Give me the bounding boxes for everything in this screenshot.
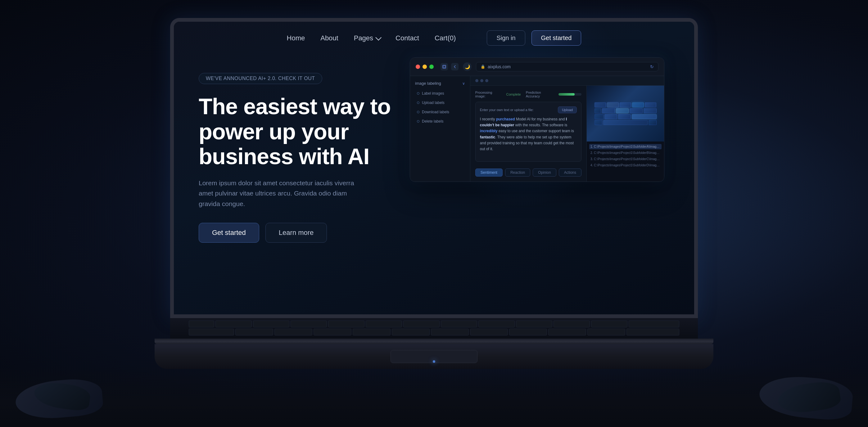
announcement-badge[interactable]: WE'VE ANNOUNCED AI+ 2.0. CHECK IT OUT: [199, 73, 322, 84]
lk-key: [314, 329, 351, 335]
lk-key: [591, 321, 627, 327]
file-list: 1. C:\Projects\Images\Project1\Subfolder…: [587, 141, 664, 171]
announcement-text: WE'VE ANNOUNCED AI+ 2.0. CHECK IT OUT: [206, 76, 315, 81]
lk-key: [626, 329, 679, 335]
expand-icon: [442, 65, 446, 69]
key: [607, 102, 619, 107]
key: [594, 120, 602, 125]
hero-getstarted-button[interactable]: Get started: [199, 223, 259, 243]
lk-key: [470, 329, 508, 335]
key: [616, 108, 629, 113]
lk-key: [215, 321, 252, 327]
lk-key: [235, 329, 273, 335]
lk-key: [290, 321, 327, 327]
screen-content: Home About Pages Contact Cart(0) Sign in…: [174, 22, 694, 314]
moon-icon: 🌙: [465, 64, 470, 69]
nav-about[interactable]: About: [320, 34, 338, 42]
prediction-fill: [558, 93, 575, 96]
rocks-right: [728, 362, 852, 418]
lk-key: [516, 321, 552, 327]
lk-key: [253, 321, 289, 327]
sidebar-item-upload-labels[interactable]: Upload labels: [415, 99, 465, 106]
sidebar-item-label: Download labels: [422, 110, 449, 114]
highlight-incredibly: incredibly: [480, 129, 498, 133]
tab-sentiment[interactable]: Sentiment: [475, 168, 503, 176]
text-input-label-text: Enter your own text or upload a file:: [480, 108, 534, 112]
reload-icon: ↻: [650, 64, 654, 69]
minimize-traffic-light[interactable]: [423, 65, 427, 69]
key: [649, 120, 657, 125]
processing-status-bar: Processing image: Complete Prediction Ac…: [475, 91, 582, 98]
sidebar-item-label-images[interactable]: Label images: [415, 90, 465, 97]
prediction-bar: [558, 93, 582, 96]
getstarted-nav-button[interactable]: Get started: [531, 30, 582, 45]
tab-opinion[interactable]: Opinion: [533, 168, 556, 176]
upload-button[interactable]: Upload: [558, 106, 577, 113]
lk-key: [328, 321, 365, 327]
lk-key: [366, 321, 402, 327]
tab-actions[interactable]: Actions: [559, 168, 582, 176]
highlight-fantastic: fantastic: [480, 135, 495, 139]
close-traffic-light[interactable]: [416, 65, 420, 69]
file-item-3[interactable]: 3. C:\Projects\Images\Project1\Subfolder…: [589, 156, 661, 162]
lk-row-1: [189, 321, 679, 327]
nav-pages-label: Pages: [354, 34, 373, 42]
highlight-purchased: purchased: [496, 117, 515, 121]
theme-toggle[interactable]: 🌙: [463, 62, 471, 71]
file-item-4[interactable]: 4. C:\Projects\Images\Project1\Subfolder…: [589, 163, 661, 168]
lk-key: [274, 329, 312, 335]
traffic-lights: [416, 65, 434, 69]
sidebar-item-dot: [417, 101, 420, 104]
app-toolbar: [470, 76, 664, 86]
app-body: Processing image: Complete Prediction Ac…: [470, 86, 664, 182]
nav-cart[interactable]: Cart(0): [435, 34, 456, 42]
lk-key: [587, 329, 625, 335]
lk-key: [554, 321, 590, 327]
fullscreen-traffic-light[interactable]: [429, 65, 434, 69]
lk-key: [441, 321, 477, 327]
sidebar-item-dot: [417, 120, 420, 123]
rocks-left: [16, 362, 140, 418]
key: [632, 114, 657, 119]
key: [618, 114, 631, 119]
sidebar-expand-icon[interactable]: ∨: [462, 81, 465, 86]
sidebar-item-dot: [417, 111, 420, 113]
app-image-panel: 1. C:\Projects\Images\Project1\Subfolder…: [586, 86, 664, 182]
file-item-2[interactable]: 2. C:\Projects\Images\Project1\Subfolder…: [589, 150, 661, 156]
key: [594, 108, 601, 113]
keyboard-row-4: [594, 120, 657, 125]
sidebar-item-label: Upload labels: [422, 101, 444, 105]
text-input-area: Enter your own text or upload a file: Up…: [475, 102, 582, 162]
tab-reaction[interactable]: Reaction: [505, 168, 530, 176]
nav-contact[interactable]: Contact: [396, 34, 419, 42]
key: [645, 102, 657, 107]
sidebar-item-delete-labels[interactable]: Delete labels: [415, 118, 465, 125]
sample-text-display: I recently purchased Model AI for my bus…: [480, 117, 577, 152]
back-button[interactable]: [451, 63, 459, 70]
toolbar-dot-3: [485, 79, 488, 82]
hero-learnmore-button[interactable]: Learn more: [266, 223, 327, 243]
key: [644, 108, 657, 113]
key: [594, 102, 606, 107]
sidebar-item-download-labels[interactable]: Download labels: [415, 109, 465, 116]
back-icon: [453, 65, 457, 69]
lk-key: [189, 329, 234, 335]
window-expand-button[interactable]: [440, 63, 448, 70]
browser-controls: [440, 63, 459, 70]
keyboard-row-1: [594, 102, 657, 107]
processing-complete-status: Complete: [506, 93, 521, 96]
file-item-1[interactable]: 1. C:\Projects\Images\Project1\Subfolder…: [589, 144, 661, 149]
app-mockup-container: 🌙 🔒 aixplus.com ↻: [410, 57, 669, 243]
key: [632, 102, 644, 107]
lk-key: [509, 329, 547, 335]
signin-button[interactable]: Sign in: [487, 30, 525, 45]
laptop-screen: Home About Pages Contact Cart(0) Sign in…: [170, 18, 698, 318]
lk-key: [548, 329, 586, 335]
app-editor: Processing image: Complete Prediction Ac…: [470, 86, 586, 182]
laptop-container: Home About Pages Contact Cart(0) Sign in…: [139, 18, 729, 409]
sidebar-title: image labeling: [415, 81, 441, 86]
url-bar[interactable]: 🔒 aixplus.com ↻: [476, 62, 658, 71]
nav-home[interactable]: Home: [287, 34, 305, 42]
nav-pages[interactable]: Pages: [354, 34, 380, 42]
key: [629, 108, 643, 113]
